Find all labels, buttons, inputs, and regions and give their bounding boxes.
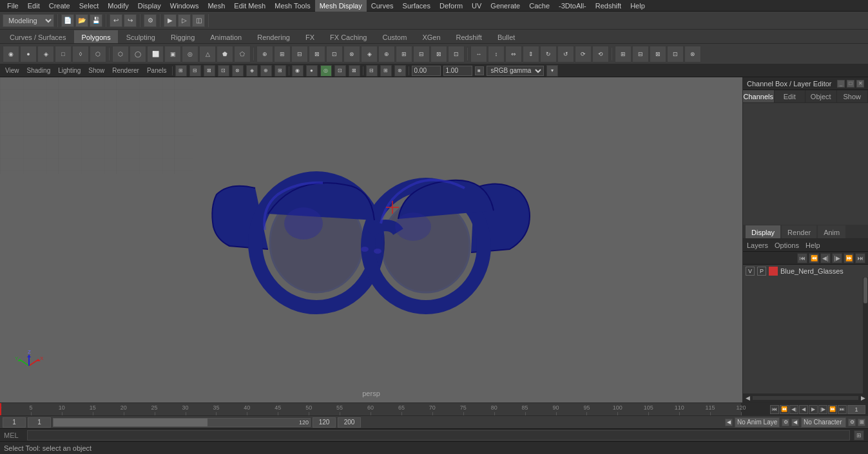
cb-tab-object[interactable]: Object bbox=[805, 90, 837, 102]
vc-icon14[interactable]: ⊟ bbox=[366, 65, 378, 77]
value-field[interactable] bbox=[412, 66, 441, 76]
viewport[interactable]: X Y Z persp bbox=[0, 77, 742, 402]
misc1-icon[interactable]: ⬠ bbox=[234, 46, 251, 62]
menu-file[interactable]: File bbox=[3, 0, 23, 12]
cb-tab-edit[interactable]: Edit bbox=[775, 90, 806, 102]
anim-layer-input[interactable] bbox=[735, 417, 780, 428]
vc-icon13[interactable]: ⊠ bbox=[349, 65, 360, 77]
tool8-icon[interactable]: ⊕ bbox=[378, 46, 395, 62]
tool5-icon[interactable]: ⊡ bbox=[326, 46, 343, 62]
open-icon[interactable]: 📂 bbox=[75, 14, 88, 27]
trans-start-btn[interactable]: ⏮ bbox=[770, 405, 779, 414]
anim-layer-settings-btn[interactable]: ⚙ bbox=[782, 419, 789, 426]
tab-rendering[interactable]: Rendering bbox=[250, 30, 297, 43]
tool6-icon[interactable]: ⊗ bbox=[343, 46, 360, 62]
color-swatch[interactable]: ■ bbox=[475, 66, 484, 75]
anim-end-input[interactable] bbox=[313, 417, 336, 428]
layers-menu-options[interactable]: Options bbox=[775, 241, 799, 249]
sym3-icon[interactable]: ⇔ bbox=[505, 46, 522, 62]
vc-icon10[interactable]: ● bbox=[306, 65, 318, 77]
char-set-settings-btn[interactable]: ⚙ bbox=[848, 419, 856, 426]
vc-lighting[interactable]: Lighting bbox=[55, 67, 83, 74]
render-icon[interactable]: ▶ bbox=[164, 14, 177, 27]
tab-sculpting[interactable]: Sculpting bbox=[119, 30, 162, 43]
mel-run-btn[interactable]: ⊞ bbox=[854, 430, 864, 440]
menu-help[interactable]: Help bbox=[626, 0, 650, 12]
snap2-icon[interactable]: ⊟ bbox=[632, 46, 649, 62]
current-frame-input2[interactable] bbox=[28, 417, 51, 428]
vc-icon16[interactable]: ⊗ bbox=[394, 65, 406, 77]
vc-shading[interactable]: Shading bbox=[24, 67, 53, 74]
tab-curves-surfaces[interactable]: Curves / Surfaces bbox=[3, 30, 73, 43]
trans-next-btn[interactable]: |▶ bbox=[818, 405, 827, 414]
start-frame-input[interactable] bbox=[3, 417, 26, 428]
multi-select-icon[interactable]: ⬡ bbox=[90, 46, 106, 62]
layers-menu-layers[interactable]: Layers bbox=[747, 241, 768, 249]
cb-scroll-left-btn[interactable]: ◀ bbox=[746, 395, 750, 401]
cb-float-btn[interactable]: □ bbox=[847, 80, 854, 88]
vc-icon15[interactable]: ⊞ bbox=[380, 65, 392, 77]
menu-windows[interactable]: Windows bbox=[166, 0, 204, 12]
menu-edit-mesh[interactable]: Edit Mesh bbox=[229, 0, 270, 12]
menu-mesh[interactable]: Mesh bbox=[203, 0, 229, 12]
cb-close-btn[interactable]: ✕ bbox=[856, 80, 864, 88]
vc-icon17[interactable]: ▾ bbox=[546, 65, 558, 77]
menu-mesh-display[interactable]: Mesh Display bbox=[315, 0, 367, 12]
tab-xgen[interactable]: XGen bbox=[415, 30, 447, 43]
menu-generate[interactable]: Generate bbox=[486, 0, 525, 12]
vc-icon6[interactable]: ◈ bbox=[246, 65, 258, 77]
sym7-icon[interactable]: ⟳ bbox=[575, 46, 592, 62]
vc-icon4[interactable]: ⊡ bbox=[218, 65, 229, 77]
menu-cache[interactable]: Cache bbox=[525, 0, 554, 12]
tab-custom[interactable]: Custom bbox=[376, 30, 414, 43]
vc-view[interactable]: View bbox=[3, 67, 22, 74]
render-settings-icon[interactable]: ◫ bbox=[192, 14, 205, 27]
sym1-icon[interactable]: ↔ bbox=[470, 46, 487, 62]
snap1-icon[interactable]: ⊞ bbox=[615, 46, 632, 62]
menu-mesh-tools[interactable]: Mesh Tools bbox=[270, 0, 314, 12]
anim-layer-prev-btn[interactable]: ◀ bbox=[725, 419, 733, 426]
cb-scrollbar-thumb[interactable] bbox=[863, 278, 867, 303]
snap5-icon[interactable]: ⊗ bbox=[684, 46, 701, 62]
menu-surfaces[interactable]: Surfaces bbox=[398, 0, 435, 12]
vc-icon9[interactable]: ◉ bbox=[292, 65, 304, 77]
vertex-select-icon[interactable]: ● bbox=[20, 46, 37, 62]
redo-icon[interactable]: ↪ bbox=[124, 14, 137, 27]
cb-tab-show[interactable]: Show bbox=[837, 90, 869, 102]
edge-select-icon[interactable]: ◈ bbox=[37, 46, 54, 62]
cb-scrollbar[interactable] bbox=[863, 278, 868, 393]
trans-prev-btn[interactable]: ◀| bbox=[789, 405, 798, 414]
vc-renderer[interactable]: Renderer bbox=[110, 67, 142, 74]
vc-icon3[interactable]: ⊠ bbox=[204, 65, 215, 77]
vc-icon5[interactable]: ⊗ bbox=[232, 65, 244, 77]
timeline-ruler[interactable]: 0510152025303540455055606570758085909510… bbox=[0, 403, 741, 416]
select-all-icon[interactable]: ◉ bbox=[3, 46, 19, 62]
settings-icon[interactable]: ⚙ bbox=[144, 14, 157, 27]
save-icon[interactable]: 💾 bbox=[90, 14, 102, 27]
current-frame-input[interactable] bbox=[847, 405, 865, 414]
cone-icon[interactable]: △ bbox=[199, 46, 216, 62]
layer-vis2[interactable]: P bbox=[757, 267, 766, 276]
vc-show[interactable]: Show bbox=[86, 67, 107, 74]
layer-next-btn[interactable]: ⏩ bbox=[844, 253, 854, 263]
sym2-icon[interactable]: ↕ bbox=[488, 46, 505, 62]
tab-polygons[interactable]: Polygons bbox=[74, 30, 117, 43]
vc-icon12[interactable]: ⊡ bbox=[334, 65, 346, 77]
layer-color[interactable] bbox=[769, 267, 778, 276]
torus-icon[interactable]: ◎ bbox=[182, 46, 198, 62]
tool2-icon[interactable]: ⊞ bbox=[274, 46, 291, 62]
uv-select-icon[interactable]: ◊ bbox=[72, 46, 89, 62]
color-space-dropdown[interactable]: sRGB gamma bbox=[487, 66, 544, 76]
tab-animation[interactable]: Animation bbox=[203, 30, 249, 43]
layer-vis1[interactable]: V bbox=[746, 267, 755, 276]
tab-bullet[interactable]: Bullet bbox=[490, 30, 523, 43]
tool9-icon[interactable]: ⊞ bbox=[396, 46, 412, 62]
vc-icon11[interactable]: ◎ bbox=[320, 65, 332, 77]
cube-icon[interactable]: ⬡ bbox=[112, 46, 129, 62]
tool7-icon[interactable]: ◈ bbox=[361, 46, 378, 62]
tool10-icon[interactable]: ⊟ bbox=[413, 46, 430, 62]
mel-input[interactable] bbox=[27, 430, 850, 440]
menu-uv[interactable]: UV bbox=[467, 0, 486, 12]
sym4-icon[interactable]: ⇕ bbox=[523, 46, 539, 62]
tool1-icon[interactable]: ⊕ bbox=[256, 46, 273, 62]
